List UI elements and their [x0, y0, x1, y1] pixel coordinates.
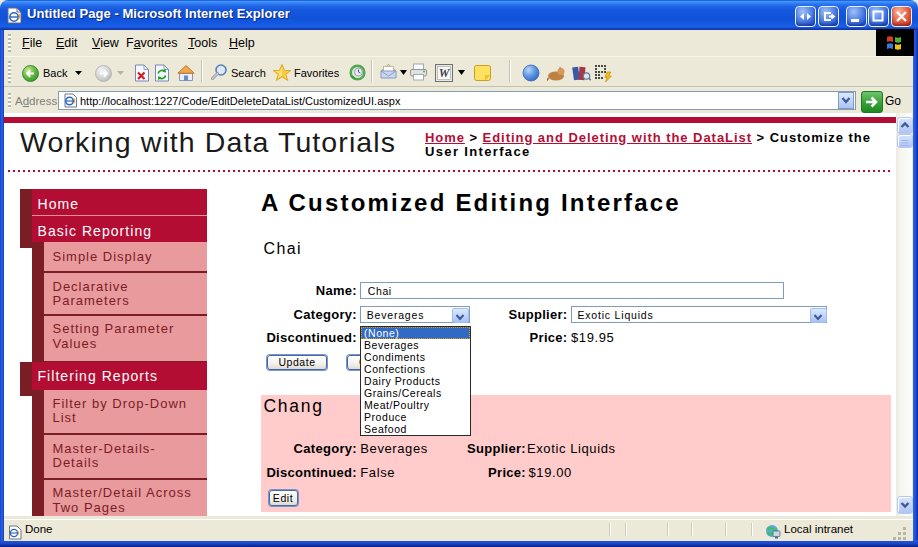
svg-text:W: W: [439, 66, 451, 80]
